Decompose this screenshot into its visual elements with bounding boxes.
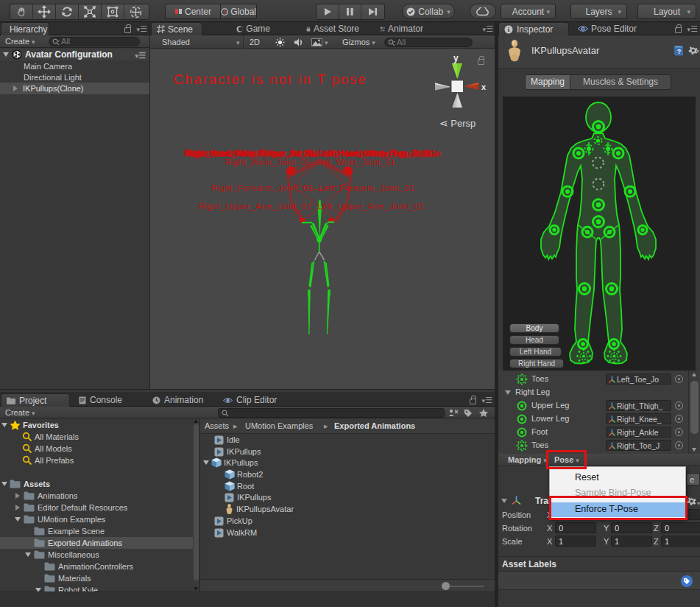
svg-text:y: y bbox=[453, 53, 459, 63]
svg-text:?: ? bbox=[677, 48, 682, 55]
svg-text:x: x bbox=[481, 83, 487, 91]
